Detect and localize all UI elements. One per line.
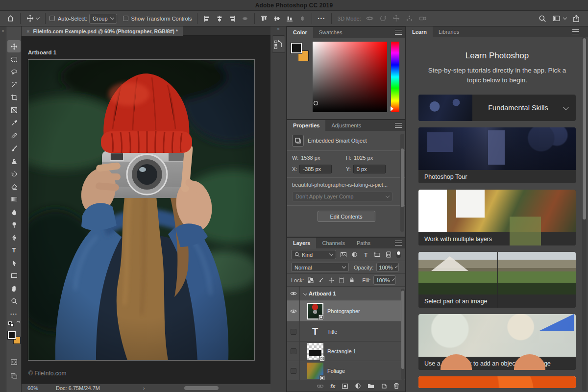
layer-thumbnail[interactable] — [307, 303, 323, 319]
layer-row-title[interactable]: T Title — [287, 322, 405, 342]
layer-thumbnail[interactable] — [307, 343, 323, 360]
opacity-select[interactable]: 100% — [376, 263, 399, 272]
filter-adjustment-layers-button[interactable] — [350, 251, 359, 258]
learn-scrollbar[interactable] — [582, 37, 587, 391]
share-button[interactable] — [569, 13, 583, 24]
layer-row-artboard[interactable]: Artboard 1 — [287, 287, 405, 300]
tool-clone-stamp[interactable] — [7, 155, 21, 167]
tool-marquee[interactable] — [7, 53, 21, 65]
align-right-button[interactable] — [226, 13, 239, 24]
layer-thumbnail[interactable] — [307, 363, 323, 379]
text-layer-thumbnail[interactable]: T — [307, 326, 323, 337]
tab-properties[interactable]: Properties — [287, 120, 325, 131]
filter-toggle[interactable] — [396, 251, 401, 258]
tool-move[interactable] — [7, 40, 21, 52]
properties-scrollbar[interactable] — [400, 134, 404, 232]
tab-color[interactable]: Color — [287, 27, 313, 38]
tool-screen-mode[interactable] — [7, 369, 21, 382]
tool-dodge[interactable] — [7, 219, 21, 231]
new-group-button[interactable] — [368, 383, 374, 389]
learn-scrollbar-handle[interactable] — [583, 38, 586, 220]
more-align-options-button[interactable]: ••• — [315, 13, 328, 24]
foreground-background-swatches[interactable] — [8, 331, 21, 344]
status-chevron-icon[interactable]: › — [143, 386, 145, 391]
tool-eyedropper[interactable] — [7, 117, 21, 129]
document-tab[interactable]: × FileInfo.com Example.psd @ 60% (Photog… — [22, 26, 183, 36]
history-panel-button[interactable] — [272, 35, 285, 53]
auto-select-target-select[interactable]: Group — [89, 14, 117, 24]
foreground-color-swatch[interactable] — [8, 331, 16, 339]
panel-menu-icon[interactable] — [395, 30, 402, 35]
tool-eraser[interactable] — [7, 180, 21, 193]
filter-kind-select[interactable]: Kind — [291, 250, 336, 259]
new-layer-button[interactable] — [381, 383, 387, 389]
auto-select-checkbox[interactable] — [49, 16, 55, 21]
x-input[interactable]: -385 px — [299, 165, 332, 173]
tool-brush[interactable] — [7, 142, 21, 154]
saturation-brightness-field[interactable] — [313, 42, 387, 112]
blend-mode-select[interactable]: Normal — [291, 263, 349, 272]
tool-path-select[interactable] — [7, 257, 21, 269]
filter-shape-layers-button[interactable] — [373, 252, 381, 258]
zoom-level[interactable]: 60% — [27, 385, 38, 391]
panel-menu-icon[interactable] — [395, 123, 402, 128]
close-tab-icon[interactable]: × — [26, 28, 29, 34]
tool-blur[interactable] — [7, 206, 21, 218]
layer-style-button[interactable]: fx — [330, 383, 335, 389]
tutorial-card-photoshop-tour[interactable]: Photoshop Tour — [418, 127, 576, 183]
distribute-v-button[interactable] — [296, 13, 309, 24]
tool-type[interactable]: T — [7, 244, 21, 256]
lock-transparency-button[interactable] — [307, 277, 314, 283]
lock-all-button[interactable] — [348, 277, 355, 283]
tool-frame[interactable] — [7, 104, 21, 116]
show-transform-checkbox[interactable] — [123, 16, 128, 21]
tab-learn[interactable]: Learn — [406, 26, 433, 37]
y-input[interactable]: 0 px — [353, 165, 386, 173]
distribute-h-button[interactable] — [239, 13, 251, 24]
add-mask-button[interactable] — [342, 383, 348, 389]
expand-panels-button[interactable]: « — [270, 26, 286, 33]
tool-zoom[interactable] — [7, 295, 21, 307]
tool-spot-healing[interactable] — [7, 129, 21, 142]
visibility-toggle[interactable] — [287, 300, 300, 321]
align-left-button[interactable] — [200, 13, 213, 24]
default-colors-swap[interactable] — [8, 320, 20, 327]
tab-paths[interactable]: Paths — [351, 238, 376, 248]
tool-hand[interactable] — [7, 282, 21, 294]
visibility-toggle[interactable] — [287, 287, 300, 300]
filter-pixel-layers-button[interactable] — [339, 252, 347, 258]
filter-type-layers-button[interactable]: T — [362, 252, 370, 258]
fill-select[interactable]: 100% — [373, 275, 396, 285]
workspace-switcher[interactable] — [549, 13, 569, 24]
visibility-toggle[interactable] — [287, 361, 300, 380]
tool-edit-toolbar[interactable]: ••• — [7, 308, 21, 320]
color-picker-cursor[interactable] — [314, 101, 318, 105]
panel-menu-icon[interactable] — [572, 29, 579, 34]
tutorial-card-multiple-layers[interactable]: Work with multiple layers — [418, 190, 576, 245]
align-center-h-button[interactable] — [213, 13, 226, 24]
lock-position-button[interactable] — [327, 277, 335, 283]
horizontal-scrollbar-handle[interactable] — [184, 386, 219, 390]
edit-contents-button[interactable]: Edit Contents — [318, 211, 375, 222]
tool-rectangle[interactable] — [7, 270, 21, 282]
tool-history-brush[interactable] — [7, 168, 21, 180]
tab-channels[interactable]: Channels — [316, 238, 350, 248]
tab-libraries[interactable]: Libraries — [433, 26, 465, 37]
delete-layer-button[interactable] — [393, 383, 399, 389]
add-adjustment-button[interactable] — [355, 383, 361, 389]
visibility-toggle[interactable] — [287, 322, 300, 341]
layers-scrollbar-handle[interactable] — [401, 291, 404, 369]
tool-gradient[interactable] — [7, 193, 21, 205]
tab-swatches[interactable]: Swatches — [313, 27, 348, 38]
toolbar-collapse-strip[interactable]: » — [0, 26, 6, 392]
chevron-down-icon[interactable] — [303, 291, 307, 295]
fundamental-skills-section[interactable]: Fundamental Skills — [418, 95, 576, 121]
align-top-button[interactable] — [258, 13, 270, 24]
panel-menu-icon[interactable] — [395, 241, 402, 245]
visibility-toggle[interactable] — [287, 342, 300, 361]
filter-smart-objects-button[interactable] — [384, 251, 392, 258]
tool-crop[interactable] — [7, 91, 21, 103]
hue-slider-marker[interactable] — [391, 106, 393, 111]
foreground-color-swatch[interactable] — [291, 43, 302, 53]
tool-pen[interactable] — [7, 231, 21, 244]
